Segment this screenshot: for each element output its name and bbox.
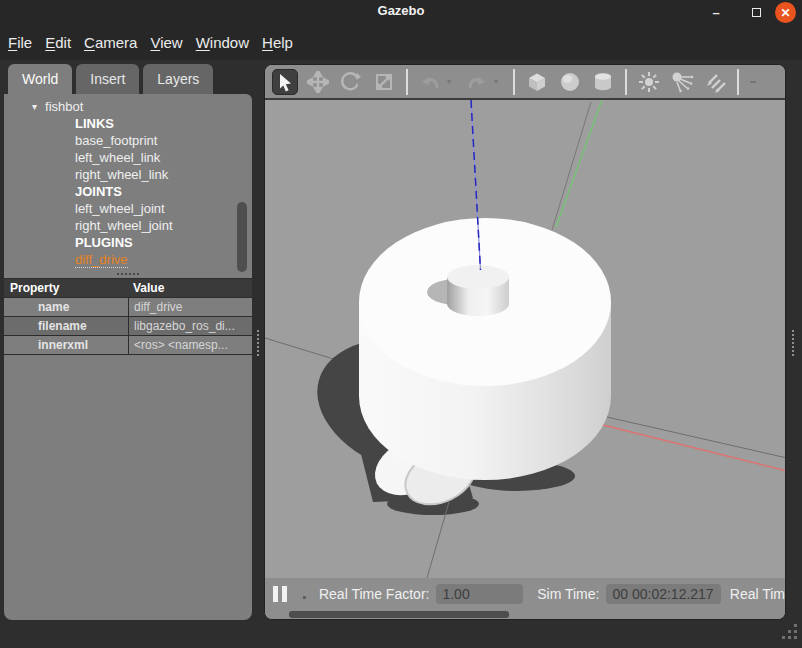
redo-button[interactable]	[464, 69, 490, 95]
undo-button[interactable]	[417, 69, 443, 95]
menu-file[interactable]: File	[7, 32, 33, 53]
select-arrow-icon	[275, 72, 295, 92]
table-row[interactable]: name diff_drive	[4, 298, 252, 317]
tree-scrollbar[interactable]	[237, 202, 247, 272]
minimize-button[interactable]: –	[706, 2, 726, 22]
property-table: Property Value name diff_drive filename …	[4, 278, 252, 355]
menu-camera[interactable]: Camera	[83, 32, 138, 53]
menu-edit[interactable]: Edit	[44, 32, 72, 53]
pause-button[interactable]	[273, 586, 287, 602]
resize-grip[interactable]	[782, 624, 798, 644]
rtf-label: Real Time Factor:	[319, 586, 429, 602]
tab-world[interactable]: World	[8, 64, 72, 94]
table-row[interactable]: filename libgazebo_ros_di...	[4, 317, 252, 336]
scale-tool-button[interactable]	[371, 69, 397, 95]
3d-viewport[interactable]	[265, 100, 785, 578]
screenshot-button[interactable]	[748, 69, 758, 95]
tree-item-fishbot[interactable]: ▾fishbot	[4, 98, 252, 115]
col-property: Property	[4, 281, 128, 295]
property-table-header: Property Value	[4, 279, 252, 298]
toolbar-separator	[625, 69, 627, 95]
hscrollbar-thumb[interactable]	[289, 611, 509, 618]
insert-cylinder-button[interactable]	[590, 69, 616, 95]
menu-window[interactable]: Window	[195, 32, 250, 53]
directional-light-icon	[703, 71, 727, 93]
undo-icon	[418, 71, 442, 93]
3d-scene-svg	[265, 100, 786, 578]
tree-table-splitter[interactable]	[4, 270, 252, 278]
tree-section-joints[interactable]: JOINTS	[4, 183, 252, 200]
step-button[interactable]	[303, 596, 306, 599]
translate-tool-button[interactable]	[305, 69, 331, 95]
tree-item-right-wheel-link[interactable]: right_wheel_link	[4, 166, 252, 183]
menu-help[interactable]: Help	[261, 32, 294, 53]
table-row[interactable]: innerxml <ros> <namesp...	[4, 336, 252, 355]
rtf-value-field: 1.00	[436, 584, 523, 604]
tab-layers[interactable]: Layers	[143, 64, 213, 94]
tree-item-left-wheel-joint[interactable]: left_wheel_joint	[4, 200, 252, 217]
directional-light-button[interactable]	[702, 69, 728, 95]
tree-item-base-footprint[interactable]: base_footprint	[4, 132, 252, 149]
pause-icon	[273, 586, 278, 602]
spot-light-icon	[670, 71, 694, 93]
undo-history-dropdown[interactable]: ▾	[447, 77, 457, 86]
menu-view[interactable]: View	[149, 32, 183, 53]
minimize-icon: –	[712, 5, 719, 20]
viewport-right-splitter[interactable]	[791, 330, 795, 356]
tree-item-left-wheel-link[interactable]: left_wheel_link	[4, 149, 252, 166]
sphere-icon	[558, 70, 582, 94]
maximize-icon	[752, 8, 761, 17]
insert-box-button[interactable]	[524, 69, 550, 95]
chevron-down-icon[interactable]: ▾	[32, 98, 37, 115]
point-light-button[interactable]	[636, 69, 662, 95]
tree-item-diff-drive[interactable]: diff_drive	[4, 251, 252, 268]
real-time-label: Real Tim	[730, 586, 785, 602]
sidebar-tabs: World Insert Layers	[8, 64, 213, 94]
select-tool-button[interactable]	[272, 69, 298, 95]
small-dash-icon	[749, 78, 757, 86]
sim-statusbar: Real Time Factor: 1.00 Sim Time: 00 00:0…	[265, 578, 785, 609]
spot-light-button[interactable]	[669, 69, 695, 95]
tree-item-right-wheel-joint[interactable]: right_wheel_joint	[4, 217, 252, 234]
close-icon: ✕	[780, 6, 790, 20]
tree-section-links[interactable]: LINKS	[4, 115, 252, 132]
col-value: Value	[128, 281, 252, 295]
menubar: File Edit Camera View Window Help	[0, 24, 802, 60]
toolbar-separator	[737, 69, 739, 95]
model-tree: ▾fishbot LINKS base_footprint left_wheel…	[4, 94, 252, 268]
rotate-tool-button[interactable]	[338, 69, 364, 95]
world-panel: ▾fishbot LINKS base_footprint left_wheel…	[4, 94, 252, 620]
sim-time-label: Sim Time:	[537, 586, 599, 602]
maximize-button[interactable]	[746, 2, 766, 22]
redo-history-dropdown[interactable]: ▾	[494, 77, 504, 86]
rotate-icon	[340, 71, 362, 93]
scale-icon	[373, 71, 395, 93]
redo-icon	[465, 71, 489, 93]
move-icon	[307, 71, 329, 93]
render-viewport-panel: ▾ ▾	[264, 64, 786, 620]
toolbar-separator	[406, 69, 408, 95]
point-light-icon	[638, 71, 660, 93]
cylinder-icon	[591, 70, 615, 94]
statusbar-hscrollbar[interactable]	[265, 609, 785, 620]
close-button[interactable]: ✕	[775, 2, 796, 23]
resize-grip-icon	[782, 624, 798, 640]
sim-time-value-field: 00 00:02:12.217	[606, 584, 720, 604]
panel-viewport-splitter[interactable]	[256, 330, 260, 356]
robot-lidar-top	[447, 265, 509, 289]
gazebo-window: Gazebo – ✕ File Edit Camera View Window …	[0, 0, 802, 648]
pause-icon	[282, 586, 287, 602]
insert-sphere-button[interactable]	[557, 69, 583, 95]
tree-section-plugins[interactable]: PLUGINS	[4, 234, 252, 251]
tab-insert[interactable]: Insert	[76, 64, 139, 94]
toolbar-separator	[513, 69, 515, 95]
viewport-toolbar: ▾ ▾	[265, 65, 785, 100]
box-icon	[525, 70, 549, 94]
window-title: Gazebo	[0, 3, 802, 18]
titlebar[interactable]: Gazebo – ✕	[0, 0, 802, 24]
